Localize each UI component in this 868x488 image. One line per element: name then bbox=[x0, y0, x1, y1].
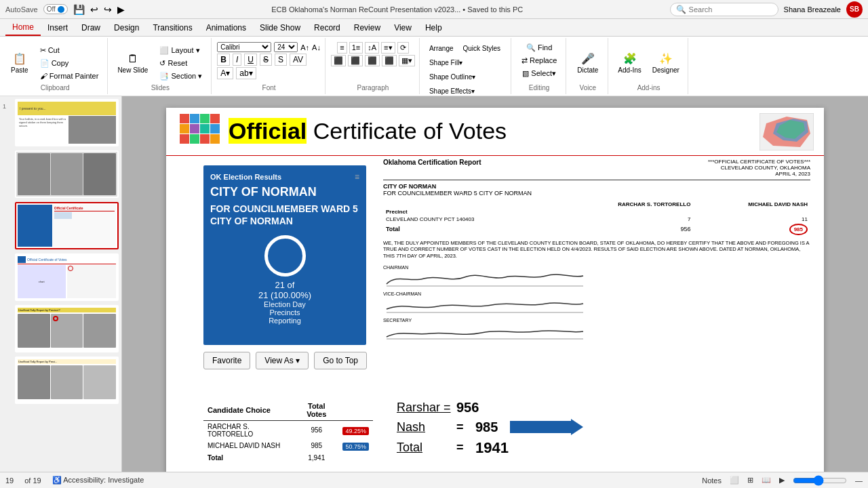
eq-nash: = bbox=[456, 420, 470, 434]
tab-help[interactable]: Help bbox=[418, 20, 449, 35]
arrange-button[interactable]: Arrange bbox=[425, 42, 458, 55]
font-size-select[interactable]: 24 bbox=[274, 42, 298, 52]
paragraph-label: Paragraph bbox=[357, 84, 389, 93]
slide-thumbnail-2[interactable] bbox=[3, 150, 119, 198]
align-center-button[interactable]: ⬛ bbox=[348, 55, 363, 66]
convert-smartart-button[interactable]: ⟳ bbox=[397, 42, 409, 54]
tab-slideshow[interactable]: Slide Show bbox=[253, 20, 307, 35]
bullets-button[interactable]: ≡ bbox=[337, 42, 347, 54]
tab-insert[interactable]: Insert bbox=[41, 20, 75, 35]
tab-design[interactable]: Design bbox=[107, 20, 146, 35]
replace-button[interactable]: ⇄ Replace bbox=[517, 55, 561, 66]
font-decrease-button[interactable]: A↓ bbox=[312, 43, 321, 52]
table-row: MICHAEL DAVID NASH 985 50.75% bbox=[203, 440, 373, 452]
select-button[interactable]: ▧ Select▾ bbox=[517, 68, 561, 79]
quick-styles-button[interactable]: Quick Styles bbox=[459, 42, 505, 55]
undo-icon[interactable]: ↩ bbox=[90, 4, 98, 15]
bold-button[interactable]: B bbox=[217, 54, 230, 66]
new-slide-button[interactable]: 🗒 New Slide bbox=[113, 50, 152, 77]
save-icon[interactable]: 💾 bbox=[73, 4, 85, 15]
view-normal-icon[interactable]: ⬜ bbox=[730, 476, 739, 485]
copy-button[interactable]: 📄 Copy bbox=[35, 58, 104, 69]
view-sorter-icon[interactable]: ⊞ bbox=[747, 476, 753, 485]
tab-draw[interactable]: Draw bbox=[75, 20, 107, 35]
svg-rect-1 bbox=[190, 114, 199, 123]
info-box-menu-icon[interactable]: ≡ bbox=[355, 172, 359, 182]
favorite-button[interactable]: Favorite bbox=[203, 352, 250, 369]
svg-rect-4 bbox=[180, 124, 189, 134]
tab-view[interactable]: View bbox=[387, 20, 418, 35]
tab-record[interactable]: Record bbox=[307, 20, 347, 35]
slide-thumbnail-6[interactable]: Unofficial Tally Report by Preci... bbox=[3, 357, 119, 404]
search-icon: 🔍 bbox=[676, 5, 686, 14]
slide-thumbnail-1[interactable]: 1 I present to you... Your ballots, in a… bbox=[3, 99, 119, 146]
cert-city: CITY OF NORMAN bbox=[383, 183, 810, 190]
font-color-button[interactable]: A▾ bbox=[217, 67, 233, 79]
tab-home[interactable]: Home bbox=[5, 20, 41, 36]
highlight-button[interactable]: ab▾ bbox=[236, 67, 256, 79]
view-as-button[interactable]: View As ▾ bbox=[256, 352, 309, 369]
shape-fill-button[interactable]: Shape Fill▾ bbox=[425, 56, 467, 69]
info-box-progress bbox=[210, 234, 359, 280]
user-name: Shana Breazeale bbox=[784, 5, 841, 14]
paste-button[interactable]: 📋 Paste bbox=[7, 49, 33, 77]
shadow-button[interactable]: S bbox=[275, 54, 287, 66]
slide-thumbnail-3[interactable]: Official Certificate bbox=[3, 202, 119, 249]
section-button[interactable]: 📑 Section ▾ bbox=[155, 70, 207, 82]
ribbon-group-clipboard: 📋 Paste ✂ Cut 📄 Copy 🖌 Format Painter Cl… bbox=[3, 38, 108, 94]
underline-button[interactable]: U bbox=[244, 54, 257, 66]
redo-icon[interactable]: ↪ bbox=[104, 4, 112, 15]
font-family-select[interactable]: Calibri bbox=[217, 42, 271, 52]
nash-arrow bbox=[510, 421, 571, 433]
format-painter-button[interactable]: 🖌 Format Painter bbox=[35, 70, 104, 81]
justify-button[interactable]: ⬛ bbox=[382, 55, 397, 66]
cert-statement: WE, THE DULY APPOINTED MEMBERS OF THE CL… bbox=[383, 240, 810, 260]
slide-thumbnail-4[interactable]: Official Certificate of Votes chart bbox=[3, 253, 119, 301]
tab-review[interactable]: Review bbox=[347, 20, 387, 35]
user-avatar[interactable]: SB bbox=[846, 1, 863, 18]
slide-title-rest: Certificate of Votes bbox=[307, 118, 507, 144]
signatures: CHAIRMAN VICE-CHAIRMAN bbox=[383, 265, 810, 340]
tab-animations[interactable]: Animations bbox=[199, 20, 253, 35]
go-to-top-button[interactable]: Go to Top bbox=[314, 352, 367, 369]
char-spacing-button[interactable]: AV bbox=[290, 54, 307, 66]
ribbon-group-addins: 🧩 Add-Ins ✨ Designer Add-ins bbox=[610, 38, 688, 94]
align-text-button[interactable]: ≡▾ bbox=[381, 42, 395, 54]
dictate-button[interactable]: 🎤 Dictate bbox=[573, 49, 602, 77]
accessibility-status[interactable]: ♿ Accessibility: Investigate bbox=[52, 476, 144, 485]
tab-transitions[interactable]: Transitions bbox=[146, 20, 199, 35]
find-button[interactable]: 🔍 Find bbox=[521, 42, 557, 54]
cert-total1: 956 bbox=[553, 223, 694, 236]
svg-rect-6 bbox=[200, 124, 210, 134]
cert-precinct-name: CLEVELAND COUNTY PCT 140403 bbox=[383, 216, 553, 223]
designer-button[interactable]: ✨ Designer bbox=[648, 49, 684, 77]
paste-icon: 📋 bbox=[13, 52, 26, 65]
svg-point-17 bbox=[266, 237, 304, 275]
cert-col1-header: RARCHAR S. TORTORELLO bbox=[553, 201, 694, 208]
autosave-toggle[interactable]: Off bbox=[43, 4, 68, 14]
layout-button[interactable]: ⬜ Layout ▾ bbox=[155, 45, 207, 56]
cut-button[interactable]: ✂ Cut bbox=[35, 45, 104, 56]
italic-button[interactable]: I bbox=[233, 54, 241, 66]
presentation-icon[interactable]: ▶ bbox=[117, 4, 125, 15]
align-left-button[interactable]: ⬛ bbox=[331, 55, 346, 66]
view-reading-icon[interactable]: 📖 bbox=[762, 476, 771, 485]
zoom-slider[interactable] bbox=[793, 475, 847, 486]
view-slideshow-icon[interactable]: ▶ bbox=[779, 476, 785, 485]
statusbar: 19 of 19 ♿ Accessibility: Investigate No… bbox=[0, 472, 868, 488]
addins-button[interactable]: 🧩 Add-Ins bbox=[614, 49, 645, 77]
font-increase-button[interactable]: A↑ bbox=[300, 43, 309, 52]
ok-cert-report: Oklahoma Certification Report bbox=[383, 159, 481, 177]
reset-button[interactable]: ↺ Reset bbox=[155, 58, 207, 69]
shape-outline-button[interactable]: Shape Outline▾ bbox=[425, 70, 479, 83]
slide-thumbnail-5[interactable]: Unofficial Tally Report by Precinct? bbox=[3, 305, 119, 352]
search-bar[interactable]: 🔍 bbox=[670, 3, 778, 16]
text-direction-button[interactable]: ↕A bbox=[365, 42, 379, 54]
align-right-button[interactable]: ⬛ bbox=[365, 55, 380, 66]
slide-number: 19 bbox=[5, 476, 14, 485]
numbering-button[interactable]: 1≡ bbox=[349, 42, 363, 54]
columns-button[interactable]: ▦▾ bbox=[399, 55, 415, 66]
notes-button[interactable]: Notes bbox=[702, 476, 722, 485]
search-input[interactable] bbox=[689, 5, 770, 14]
strikethrough-button[interactable]: S bbox=[260, 54, 272, 66]
